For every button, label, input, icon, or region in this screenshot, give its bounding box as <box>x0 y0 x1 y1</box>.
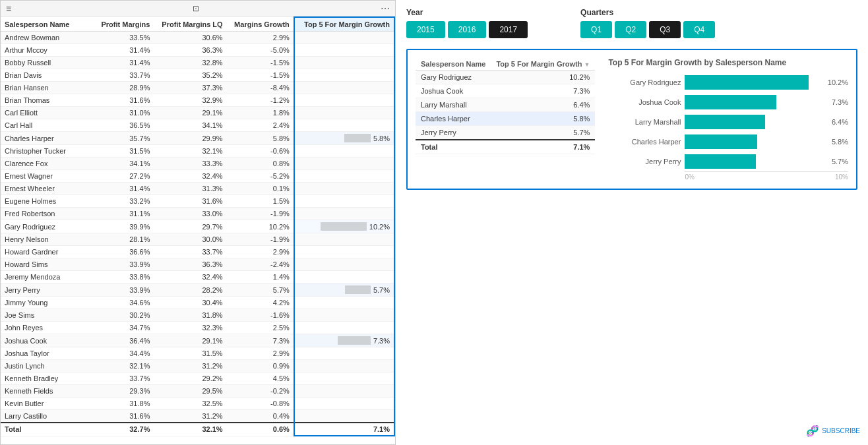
more-icon[interactable]: ⋯ <box>381 3 390 14</box>
cell-pm: 31.4% <box>91 57 154 69</box>
quarter-btn-Q4[interactable]: Q4 <box>683 21 715 38</box>
cell-mg: -1.9% <box>227 208 294 220</box>
cell-mg: 0.1% <box>227 183 294 195</box>
year-btn-2017[interactable]: 2017 <box>489 21 528 38</box>
cell-pm: 33.7% <box>91 372 154 385</box>
cell-top5 <box>294 69 394 82</box>
cell-top5 <box>294 372 394 385</box>
cell-pm: 35.7% <box>91 132 154 145</box>
cell-name: Carl Elliott <box>1 107 91 119</box>
chart-container: Salesperson Name Top 5 For Margin Growth… <box>406 49 857 190</box>
bar-label: Larry Marshall <box>608 118 681 126</box>
cell-top5 <box>294 119 394 132</box>
data-table-wrapper[interactable]: Salesperson Name Profit Margins Profit M… <box>1 16 395 444</box>
table-row: Christopher Tucker 31.5% 32.1% -0.6% <box>1 145 394 158</box>
chart-inner-table: Salesperson Name Top 5 For Margin Growth… <box>416 58 595 154</box>
bar-label: Joshua Cook <box>608 98 681 106</box>
cell-top5 <box>294 246 394 258</box>
cell-pm: 36.5% <box>91 119 154 132</box>
chart-cell-top5: 5.7% <box>491 126 595 140</box>
col-header-mg: Margins Growth <box>227 17 294 32</box>
cell-name: Clarence Fox <box>1 158 91 170</box>
quarter-btn-Q2[interactable]: Q2 <box>615 21 646 38</box>
cell-pm: 28.9% <box>91 82 154 94</box>
cell-name: Gary Rodriguez <box>1 220 91 233</box>
quarters-label: Quarters <box>580 8 715 17</box>
year-btn-2016[interactable]: 2016 <box>448 21 487 38</box>
cell-name: Jerry Perry <box>1 283 91 297</box>
table-row: Larry Castillo 31.6% 31.2% 0.4% <box>1 410 394 423</box>
cell-top5: 10.2% <box>294 220 394 233</box>
bar-value: 10.2% <box>828 78 848 86</box>
table-row: Kenneth Fields 29.3% 29.5% -0.2% <box>1 385 394 398</box>
bar-fill <box>685 95 776 109</box>
col-header-name: Salesperson Name <box>1 17 91 32</box>
bar-chart-area: Top 5 For Margin Growth by Salesperson N… <box>608 58 848 181</box>
chart-cell-name: Larry Marshall <box>416 98 491 112</box>
subscribe-button[interactable]: 🧬 SUBSCRIBE <box>806 425 860 437</box>
cell-mg: -8.4% <box>227 82 294 94</box>
cell-mg: 1.4% <box>227 271 294 283</box>
quarter-btn-Q1[interactable]: Q1 <box>580 21 612 38</box>
table-row: Clarence Fox 34.1% 33.3% 0.8% <box>1 158 394 170</box>
cell-name: Jimmy Young <box>1 297 91 309</box>
cell-mg: 10.2% <box>227 220 294 233</box>
bar-track <box>685 95 825 109</box>
cell-top5 <box>294 32 394 44</box>
total-cell-top5: 7.1% <box>294 423 394 436</box>
chart-table-header: Salesperson Name Top 5 For Margin Growth… <box>416 58 595 71</box>
table-row: Arthur Mccoy 31.4% 36.3% -5.0% <box>1 44 394 57</box>
chart-table-total-row: Total 7.1% <box>416 140 595 154</box>
table-body: Andrew Bowman 33.5% 30.6% 2.9% Arthur Mc… <box>1 32 394 436</box>
table-row: Carl Elliott 31.0% 29.1% 1.8% <box>1 107 394 119</box>
cell-name: Ernest Wagner <box>1 170 91 183</box>
year-filter-group: Year 201520162017 <box>406 8 528 38</box>
cell-name: Kenneth Bradley <box>1 372 91 385</box>
cell-pm: 36.6% <box>91 246 154 258</box>
cell-mg: 0.8% <box>227 158 294 170</box>
table-row: Ernest Wheeler 31.4% 31.3% 0.1% <box>1 183 394 195</box>
cell-pm: 28.1% <box>91 233 154 246</box>
cell-pm: 33.7% <box>91 69 154 82</box>
cell-pmlq: 33.0% <box>154 208 226 220</box>
cell-pmlq: 32.3% <box>154 322 226 334</box>
expand-icon[interactable]: ⊡ <box>193 4 199 13</box>
cell-mg: 0.4% <box>227 410 294 423</box>
chart-col-name: Salesperson Name <box>416 58 491 71</box>
table-row: Ernest Wagner 27.2% 32.4% -5.2% <box>1 170 394 183</box>
cell-pmlq: 29.1% <box>154 107 226 119</box>
year-btn-2015[interactable]: 2015 <box>406 21 445 38</box>
axis-start-label: 0% <box>685 173 694 181</box>
cell-mg: -0.6% <box>227 145 294 158</box>
cell-top5 <box>294 309 394 322</box>
cell-name: Howard Sims <box>1 258 91 271</box>
cell-mg: -1.5% <box>227 69 294 82</box>
subscribe-area: 🧬 SUBSCRIBE <box>806 425 860 437</box>
table-row: Kevin Butler 31.8% 32.5% -0.8% <box>1 398 394 410</box>
chart-cell-top5: 6.4% <box>491 98 595 112</box>
bar-value: 7.3% <box>832 98 848 106</box>
cell-pm: 33.8% <box>91 271 154 283</box>
quarter-btn-Q3[interactable]: Q3 <box>649 21 681 38</box>
col-header-pm: Profit Margins <box>91 17 154 32</box>
col-header-pmlq: Profit Margins LQ <box>154 17 226 32</box>
cell-name: Bobby Russell <box>1 57 91 69</box>
cell-mg: -1.2% <box>227 94 294 107</box>
cell-name: Joe Sims <box>1 309 91 322</box>
cell-pmlq: 31.2% <box>154 410 226 423</box>
table-row: Charles Harper 35.7% 29.9% 5.8% 5.8% <box>1 132 394 145</box>
cell-top5 <box>294 57 394 69</box>
cell-pm: 31.4% <box>91 44 154 57</box>
cell-name: Joshua Cook <box>1 334 91 347</box>
table-total-row: Total 32.7% 32.1% 0.6% 7.1% <box>1 423 394 436</box>
cell-mg: 2.4% <box>227 119 294 132</box>
chart-cell-name: Gary Rodriguez <box>416 71 491 84</box>
table-row: Andrew Bowman 33.5% 30.6% 2.9% <box>1 32 394 44</box>
table-header-row: Salesperson Name Profit Margins Profit M… <box>1 17 394 32</box>
cell-top5: 7.3% <box>294 334 394 347</box>
cell-pmlq: 30.0% <box>154 233 226 246</box>
cell-pmlq: 28.2% <box>154 283 226 297</box>
cell-pmlq: 33.3% <box>154 158 226 170</box>
cell-pmlq: 32.9% <box>154 94 226 107</box>
cell-name: Henry Nelson <box>1 233 91 246</box>
